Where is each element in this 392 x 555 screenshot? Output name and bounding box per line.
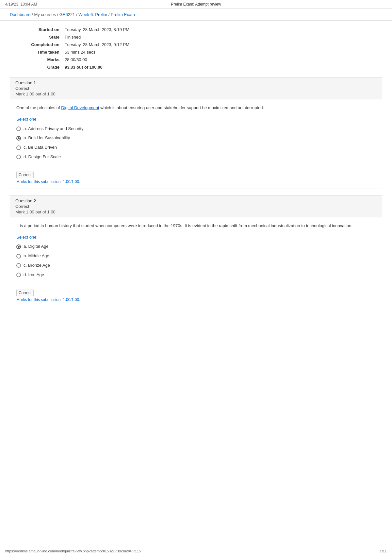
q1-option-a[interactable]: a. Address Privacy and Security bbox=[16, 126, 376, 132]
question-1-content: One of the principles of Digital Develop… bbox=[0, 99, 392, 168]
grade-label: Grade bbox=[10, 63, 62, 71]
q2-mark: Mark 1.00 out of 1.00 bbox=[15, 210, 377, 214]
breadcrumb-course[interactable]: GE6221 bbox=[59, 12, 75, 17]
q2-status: Correct bbox=[15, 204, 377, 209]
summary-section: Started on Tuesday, 28 March 2023, 8:19 … bbox=[0, 26, 392, 71]
marks-label: Marks bbox=[10, 56, 62, 63]
summary-state-row: State Finished bbox=[10, 33, 382, 41]
q2-correct-badge: Correct bbox=[16, 290, 34, 296]
q1-option-c[interactable]: c. Be Data Driven bbox=[16, 144, 376, 151]
q1-option-d[interactable]: d. Design For Scale bbox=[16, 154, 376, 160]
top-bar-datetime: 4/19/23, 10:04 AM bbox=[5, 2, 37, 7]
q2-select-one: Select one: bbox=[16, 234, 376, 241]
q1-marks-submission: Marks for this submission: 1.00/1.00. bbox=[16, 179, 376, 184]
q1-option-b-text: b. Build for Sustainability bbox=[24, 135, 70, 142]
q2-marks-submission: Marks for this submission: 1.00/1.00. bbox=[16, 297, 376, 302]
time-taken-value: 53 mins 24 secs bbox=[62, 48, 382, 56]
summary-started-row: Started on Tuesday, 28 March 2023, 8:19 … bbox=[10, 26, 382, 33]
q2-option-a[interactable]: a. Digital Age bbox=[16, 243, 376, 250]
started-on-value: Tuesday, 28 March 2023, 8:19 PM bbox=[62, 26, 382, 33]
q2-number-line: Question 2 bbox=[15, 198, 377, 203]
summary-table: Started on Tuesday, 28 March 2023, 8:19 … bbox=[10, 26, 382, 71]
breadcrumb: Dashboard / My courses / GE6221 / Week 6… bbox=[0, 9, 392, 21]
question-2-header: Question 2 Correct Mark 1.00 out of 1.00 bbox=[10, 195, 382, 217]
q1-mark: Mark 1.00 out of 1.00 bbox=[15, 92, 377, 96]
q2-option-c-text: c. Bronze Age bbox=[24, 262, 50, 269]
q1-number-line: Question 1 bbox=[15, 80, 377, 85]
breadcrumb-week[interactable]: Week 6: Prelim bbox=[78, 12, 107, 17]
q2-option-a-text: a. Digital Age bbox=[24, 243, 49, 250]
q2-option-c[interactable]: c. Bronze Age bbox=[16, 262, 376, 269]
breadcrumb-exam[interactable]: Prelim Exam bbox=[111, 12, 135, 17]
time-taken-label: Time taken bbox=[10, 48, 62, 56]
q1-link[interactable]: Digital Development bbox=[61, 105, 99, 110]
marks-value: 28.00/30.00 bbox=[62, 56, 382, 63]
q1-select-one: Select one: bbox=[16, 116, 376, 123]
q2-radio-c bbox=[16, 263, 21, 268]
q1-option-b[interactable]: b. Build for Sustainability bbox=[16, 135, 376, 142]
q1-radio-c bbox=[16, 145, 21, 150]
q2-correct-area: Correct Marks for this submission: 1.00/… bbox=[0, 286, 392, 307]
grade-value: 93.33 out of 100.00 bbox=[62, 63, 382, 71]
q1-radio-d bbox=[16, 155, 21, 159]
q2-radio-a bbox=[16, 244, 21, 249]
q2-option-b[interactable]: b. Middle Age bbox=[16, 253, 376, 260]
q1-status: Correct bbox=[15, 86, 377, 91]
q1-correct-badge: Correct bbox=[16, 172, 34, 178]
q1-text: One of the principles of Digital Develop… bbox=[16, 105, 376, 111]
q1-option-a-text: a. Address Privacy and Security bbox=[24, 126, 84, 132]
breadcrumb-sep1: / My courses / bbox=[31, 12, 59, 17]
state-value: Finished bbox=[62, 33, 382, 41]
summary-grade-row: Grade 93.33 out of 100.00 bbox=[10, 63, 382, 71]
q1-radio-a bbox=[16, 126, 21, 131]
top-bar-title: Prelim Exam: Attempt review bbox=[171, 2, 221, 7]
question-1-header: Question 1 Correct Mark 1.00 out of 1.00 bbox=[10, 77, 382, 99]
question-2-content: It is a period in human history that sta… bbox=[0, 217, 392, 286]
q1-option-c-text: c. Be Data Driven bbox=[24, 144, 57, 151]
q1-radio-b bbox=[16, 136, 21, 141]
divider-1 bbox=[10, 189, 382, 189]
summary-time-row: Time taken 53 mins 24 secs bbox=[10, 48, 382, 56]
q1-text-after: which is about ensuring user and stakeho… bbox=[99, 105, 264, 110]
breadcrumb-sep2: / bbox=[75, 12, 78, 17]
q1-option-d-text: d. Design For Scale bbox=[24, 154, 61, 160]
top-bar: 4/19/23, 10:04 AM Prelim Exam: Attempt r… bbox=[0, 0, 392, 9]
q2-radio-b bbox=[16, 254, 21, 259]
completed-on-value: Tuesday, 28 March 2023, 9:12 PM bbox=[62, 41, 382, 48]
summary-marks-row: Marks 28.00/30.00 bbox=[10, 56, 382, 63]
summary-completed-row: Completed on Tuesday, 28 March 2023, 9:1… bbox=[10, 41, 382, 48]
breadcrumb-sep3: / bbox=[107, 12, 111, 17]
q2-option-b-text: b. Middle Age bbox=[24, 253, 49, 260]
q1-text-before: One of the principles of bbox=[16, 105, 61, 110]
started-on-label: Started on bbox=[10, 26, 62, 33]
q2-radio-d bbox=[16, 273, 21, 277]
q2-option-d-text: d. Iron Age bbox=[24, 272, 44, 278]
q2-text: It is a period in human history that sta… bbox=[16, 223, 376, 229]
q1-correct-area: Correct Marks for this submission: 1.00/… bbox=[0, 168, 392, 189]
breadcrumb-dashboard[interactable]: Dashboard bbox=[10, 12, 31, 17]
q2-option-d[interactable]: d. Iron Age bbox=[16, 272, 376, 278]
completed-on-label: Completed on bbox=[10, 41, 62, 48]
state-label: State bbox=[10, 33, 62, 41]
